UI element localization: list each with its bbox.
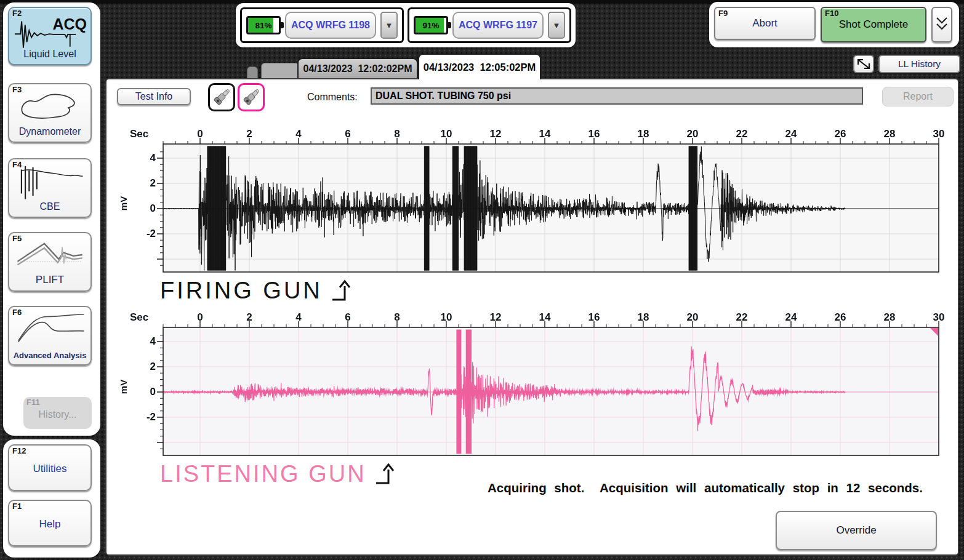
device-selector-1[interactable]: ACQ WRFG 1198 bbox=[285, 12, 376, 39]
gas-gun-icon bbox=[212, 87, 231, 108]
x-tick-label: 12 bbox=[482, 128, 509, 140]
acquisition-app-window: { "sidebar": { "items": [ {"fkey":"F2","… bbox=[0, 0, 964, 560]
y-axis-unit: mV bbox=[118, 380, 129, 394]
x-tick-label: 16 bbox=[580, 311, 608, 324]
sidebar-item-label: Dynamometer bbox=[9, 126, 90, 137]
x-tick-label: 24 bbox=[777, 311, 805, 324]
x-tick-label: 30 bbox=[925, 311, 952, 324]
x-tick-label: 26 bbox=[827, 311, 854, 324]
sidebar-item-label: PLIFT bbox=[9, 274, 90, 286]
x-axis-unit: Sec bbox=[130, 128, 148, 140]
override-button[interactable]: Override bbox=[776, 511, 937, 550]
analysis-curves-icon bbox=[12, 312, 90, 346]
x-tick-label: 20 bbox=[679, 128, 706, 140]
abort-button-label: Abort bbox=[752, 17, 777, 30]
collapse-panel-button[interactable] bbox=[931, 7, 952, 42]
x-tick-label: 10 bbox=[433, 311, 460, 324]
x-tick-label: 10 bbox=[433, 128, 460, 140]
cbe-waveform-icon bbox=[10, 162, 90, 201]
plift-curve-icon bbox=[10, 237, 90, 273]
sidebar-item-help[interactable]: F1 Help bbox=[8, 500, 92, 546]
listening-gun-button[interactable] bbox=[238, 83, 265, 111]
acquisition-status-message: Acquiring shot. Acquisition will automat… bbox=[488, 481, 923, 495]
device-dropdown-button-2[interactable]: ▼ bbox=[548, 12, 565, 39]
x-tick-label: 22 bbox=[728, 128, 755, 140]
shot-complete-button[interactable]: F10 Shot Complete bbox=[821, 7, 926, 42]
tab-current-label: 04/13/2023 12:05:02PM bbox=[424, 62, 536, 73]
y-axis-unit: mV bbox=[118, 196, 129, 210]
y-tick-label: 2 bbox=[139, 361, 156, 373]
sidebar-item-history: F11 History... bbox=[23, 397, 92, 429]
sidebar-item-plift[interactable]: F5 PLIFT bbox=[8, 232, 92, 292]
firing-gun-chart: Sec mV 024681012141618202224262830 420-2 bbox=[115, 124, 943, 276]
fkey-label: F2 bbox=[12, 9, 22, 17]
sidebar-item-liquid-level[interactable]: F2 ACQ Liquid Level bbox=[8, 7, 92, 65]
sidebar-item-label: Advanced Analysis bbox=[9, 351, 90, 360]
x-tick-label: 18 bbox=[630, 311, 657, 324]
dynamometer-card-icon bbox=[10, 89, 90, 127]
y-tick-label: 4 bbox=[139, 152, 156, 164]
x-tick-label: 14 bbox=[531, 128, 558, 140]
x-tick-label: 14 bbox=[531, 311, 558, 324]
sidebar-item-advanced-analysis[interactable]: F6 Advanced Analysis bbox=[8, 306, 92, 366]
tab-stub-small[interactable] bbox=[247, 66, 258, 79]
dropdown-arrow-icon: ▼ bbox=[385, 21, 393, 30]
x-tick-label: 12 bbox=[482, 311, 509, 324]
listening-gun-plot bbox=[115, 308, 943, 459]
device-status-panel: 81% ACQ WRFG 1198 ▼ 91% ACQ WRFG 1197 ▼ bbox=[236, 3, 576, 47]
shot-complete-label: Shot Complete bbox=[839, 18, 908, 31]
firing-gun-plot bbox=[115, 124, 943, 276]
battery-indicator: 91% bbox=[414, 16, 448, 34]
resize-diagonal-icon bbox=[856, 57, 872, 71]
x-tick-label: 30 bbox=[925, 128, 952, 140]
curve-up-arrow-icon bbox=[331, 279, 353, 303]
firing-gun-button[interactable] bbox=[208, 83, 235, 111]
firing-gun-annotation-text: FIRING GUN bbox=[160, 278, 323, 304]
listening-gun-annotation-text: LISTENING GUN bbox=[160, 461, 366, 487]
x-tick-label: 18 bbox=[630, 128, 657, 140]
x-tick-label: 26 bbox=[827, 128, 854, 140]
expand-chart-button[interactable] bbox=[853, 55, 874, 73]
battery-nub bbox=[281, 22, 284, 28]
sidebar-item-cbe[interactable]: F4 CBE bbox=[8, 158, 92, 218]
sidebar-item-label: Utilities bbox=[9, 463, 90, 475]
comments-input[interactable] bbox=[371, 87, 863, 105]
y-tick-label: -2 bbox=[139, 228, 156, 240]
dropdown-arrow-icon: ▼ bbox=[553, 21, 561, 30]
sidebar-item-dynamometer[interactable]: F3 Dynamometer bbox=[8, 83, 92, 143]
curve-up-arrow-icon bbox=[375, 462, 397, 487]
test-info-button[interactable]: Test Info bbox=[117, 88, 191, 105]
battery-percent: 81% bbox=[248, 18, 279, 33]
x-tick-label: 4 bbox=[285, 128, 312, 140]
device-dropdown-button-1[interactable]: ▼ bbox=[380, 12, 398, 39]
sidebar-item-utilities[interactable]: F12 Utilities bbox=[8, 444, 92, 491]
x-tick-label: 0 bbox=[187, 311, 214, 324]
sidebar-item-label: History... bbox=[23, 409, 92, 420]
main-panel: Test Info Comments: Report bbox=[105, 78, 959, 556]
abort-button[interactable]: F9 Abort bbox=[714, 7, 816, 40]
sidebar-item-label: Liquid Level bbox=[9, 49, 90, 60]
tab-previous-label: 04/13/2023 12:02:02PM bbox=[303, 63, 412, 74]
x-tick-label: 28 bbox=[876, 311, 903, 324]
fkey-label: F12 bbox=[12, 447, 26, 455]
device-selector-2[interactable]: ACQ WRFG 1197 bbox=[452, 12, 544, 39]
battery-nub bbox=[448, 22, 451, 28]
device-group-2: 91% ACQ WRFG 1197 ▼ bbox=[408, 7, 571, 43]
tab-stub-medium[interactable] bbox=[261, 63, 299, 79]
y-tick-label: 2 bbox=[139, 177, 156, 190]
tab-previous-shot[interactable]: 04/13/2023 12:02:02PM bbox=[297, 58, 418, 78]
x-axis-unit: Sec bbox=[130, 311, 148, 324]
y-tick-label: 4 bbox=[139, 335, 156, 348]
sidebar-item-label: Help bbox=[9, 518, 90, 530]
x-tick-label: 8 bbox=[384, 128, 411, 140]
ll-history-button[interactable]: LL History bbox=[878, 55, 960, 73]
report-button: Report bbox=[882, 87, 954, 106]
comments-label: Comments: bbox=[307, 92, 358, 103]
x-tick-label: 4 bbox=[285, 311, 312, 324]
double-chevron-down-icon bbox=[935, 15, 949, 34]
tab-current-shot[interactable]: 04/13/2023 12:05:02PM bbox=[418, 54, 541, 79]
fkey-label: F1 bbox=[12, 502, 22, 510]
test-info-label: Test Info bbox=[135, 91, 172, 102]
y-tick-label: 0 bbox=[139, 202, 156, 215]
x-tick-label: 20 bbox=[679, 311, 706, 324]
